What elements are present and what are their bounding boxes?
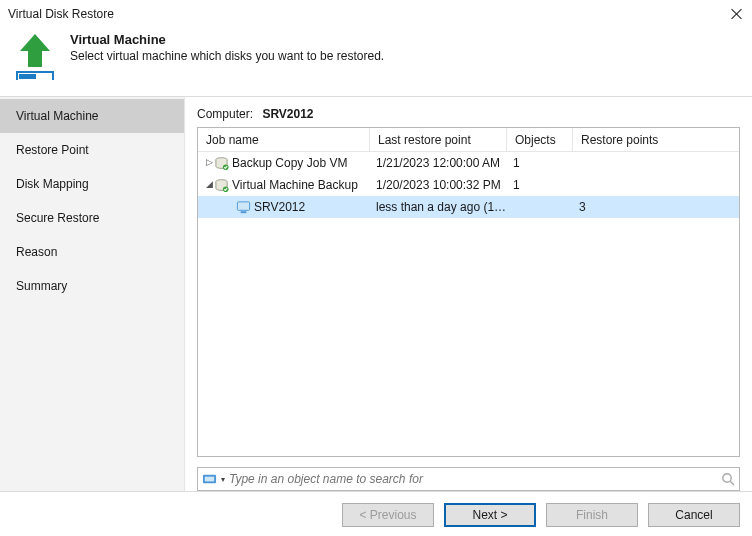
header-text: Virtual Machine Select virtual machine w… — [70, 32, 384, 63]
row-last-restore-point: less than a day ago (1… — [370, 200, 507, 214]
collapse-icon[interactable]: ◢ — [204, 180, 214, 190]
sidebar: Virtual Machine Restore Point Disk Mappi… — [0, 97, 185, 491]
table-row[interactable]: SRV2012less than a day ago (1…3 — [198, 196, 739, 218]
sidebar-item-virtual-machine[interactable]: Virtual Machine — [0, 99, 184, 133]
row-name: Virtual Machine Backup — [232, 178, 358, 192]
filter-type-icon[interactable] — [198, 468, 220, 490]
column-header-objects[interactable]: Objects — [507, 128, 573, 152]
main-panel: Computer: SRV2012 Job name Last restore … — [185, 97, 752, 491]
finish-button: Finish — [546, 503, 638, 527]
column-header-last-restore-point[interactable]: Last restore point — [370, 128, 507, 152]
sidebar-item-label: Secure Restore — [16, 211, 99, 225]
grid-body: ▷Backup Copy Job VM1/21/2023 12:00:00 AM… — [198, 152, 739, 218]
row-last-restore-point: 1/20/2023 10:00:32 PM — [370, 178, 507, 192]
wizard-actions: < Previous Next > Finish Cancel — [0, 491, 752, 536]
sidebar-item-restore-point[interactable]: Restore Point — [0, 133, 184, 167]
wizard-icon — [10, 32, 60, 80]
svg-marker-0 — [20, 34, 50, 67]
column-header-restore-points[interactable]: Restore points — [573, 128, 739, 152]
sidebar-item-label: Virtual Machine — [16, 109, 99, 123]
header: Virtual Machine Select virtual machine w… — [0, 28, 752, 96]
sidebar-item-label: Reason — [16, 245, 57, 259]
svg-rect-7 — [237, 201, 249, 209]
table-row[interactable]: ◢Virtual Machine Backup1/20/2023 10:00:3… — [198, 174, 739, 196]
expand-icon[interactable]: ▷ — [204, 158, 214, 168]
search-input[interactable] — [229, 469, 717, 489]
page-title: Virtual Machine — [70, 32, 384, 47]
sidebar-item-reason[interactable]: Reason — [0, 235, 184, 269]
row-objects: 1 — [507, 178, 573, 192]
window-title: Virtual Disk Restore — [8, 7, 114, 21]
sidebar-item-label: Disk Mapping — [16, 177, 89, 191]
computer-line: Computer: SRV2012 — [197, 107, 740, 121]
cancel-button[interactable]: Cancel — [648, 503, 740, 527]
table-row[interactable]: ▷Backup Copy Job VM1/21/2023 12:00:00 AM… — [198, 152, 739, 174]
job-icon — [214, 156, 229, 171]
svg-rect-8 — [241, 211, 247, 213]
page-subtitle: Select virtual machine which disks you w… — [70, 49, 384, 63]
sidebar-item-secure-restore[interactable]: Secure Restore — [0, 201, 184, 235]
search-icon[interactable] — [717, 472, 739, 486]
svg-line-12 — [730, 481, 734, 485]
vm-icon — [236, 200, 251, 215]
column-header-job-name[interactable]: Job name — [198, 128, 370, 152]
sidebar-item-label: Restore Point — [16, 143, 89, 157]
sidebar-item-disk-mapping[interactable]: Disk Mapping — [0, 167, 184, 201]
chevron-down-icon[interactable]: ▾ — [221, 475, 225, 484]
grid-header: Job name Last restore point Objects Rest… — [198, 128, 739, 152]
row-last-restore-point: 1/21/2023 12:00:00 AM — [370, 156, 507, 170]
row-objects: 1 — [507, 156, 573, 170]
svg-point-11 — [723, 474, 731, 482]
svg-rect-2 — [19, 74, 36, 79]
row-name: Backup Copy Job VM — [232, 156, 347, 170]
sidebar-item-summary[interactable]: Summary — [0, 269, 184, 303]
computer-label: Computer: — [197, 107, 253, 121]
work-area: Virtual Machine Restore Point Disk Mappi… — [0, 97, 752, 491]
vm-grid: Job name Last restore point Objects Rest… — [197, 127, 740, 457]
row-restore-points: 3 — [573, 200, 739, 214]
search-bar: ▾ — [197, 467, 740, 491]
next-button[interactable]: Next > — [444, 503, 536, 527]
sidebar-item-label: Summary — [16, 279, 67, 293]
job-icon — [214, 178, 229, 193]
titlebar: Virtual Disk Restore — [0, 0, 752, 28]
row-name: SRV2012 — [254, 200, 305, 214]
svg-rect-10 — [204, 476, 213, 481]
close-icon[interactable] — [730, 7, 744, 21]
computer-value: SRV2012 — [262, 107, 313, 121]
previous-button: < Previous — [342, 503, 434, 527]
